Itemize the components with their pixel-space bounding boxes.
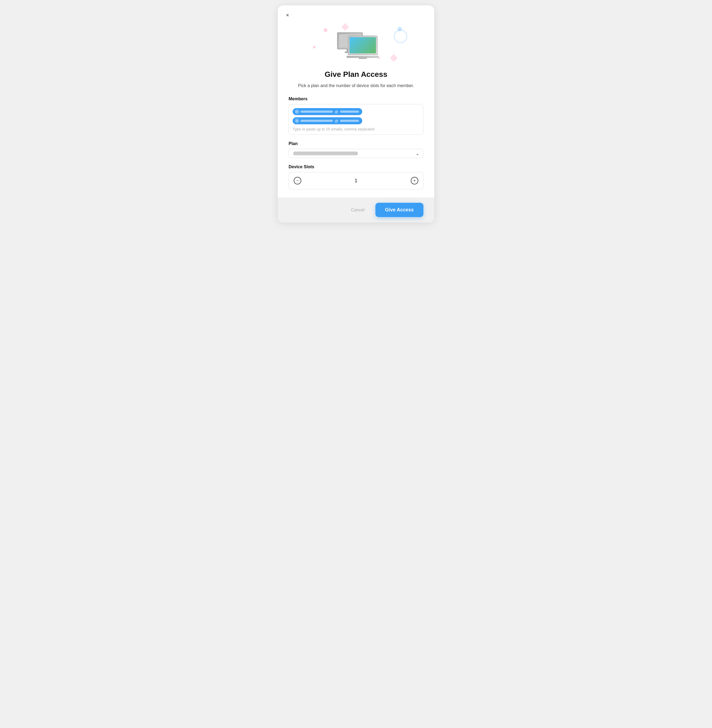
- decorative-ring: [394, 30, 407, 43]
- email-tag-1-local: [300, 111, 333, 113]
- decorative-diamond-2: [390, 54, 398, 62]
- computer-illustration: [334, 23, 378, 58]
- modal-content: Give Plan Access Pick a plan and the num…: [278, 5, 434, 189]
- plan-dropdown[interactable]: [289, 149, 423, 158]
- email-tag-2-local: [300, 120, 333, 122]
- plan-select-wrapper: ⌄: [289, 149, 423, 158]
- email-tag-1-domain: [340, 111, 359, 113]
- slot-count-value: 1: [355, 178, 357, 184]
- email-at-symbol-2: @: [335, 119, 338, 123]
- email-tag-2-domain: [340, 120, 359, 122]
- cancel-button[interactable]: Cancel: [346, 204, 370, 216]
- hero-section: [289, 13, 423, 67]
- members-label: Members: [289, 96, 423, 101]
- laptop-icon: [348, 36, 378, 58]
- members-input-box[interactable]: × @ × @ Type or paste up: [289, 104, 423, 135]
- decorative-dot-2: [313, 46, 316, 49]
- modal-footer: Cancel Give Access: [278, 197, 434, 222]
- email-tags-row: × @ × @: [293, 108, 419, 124]
- device-slots-control: − 1 +: [289, 172, 423, 189]
- members-placeholder-text: Type or paste up to 25 emails, comma sep…: [293, 127, 419, 131]
- members-section: Members × @ ×: [289, 96, 423, 135]
- plan-section: Plan ⌄: [289, 141, 423, 158]
- device-slots-section: Device Slots − 1 +: [289, 165, 423, 189]
- remove-tag-2-button[interactable]: ×: [295, 119, 299, 123]
- email-at-symbol-1: @: [335, 110, 338, 114]
- modal-title: Give Plan Access: [289, 70, 423, 79]
- minus-icon: −: [294, 177, 301, 184]
- modal-dialog: ×: [278, 5, 434, 222]
- plus-icon: +: [411, 177, 418, 184]
- remove-tag-1-button[interactable]: ×: [295, 110, 299, 114]
- email-tag-1: × @: [293, 108, 362, 115]
- decrement-button[interactable]: −: [289, 172, 306, 189]
- close-button[interactable]: ×: [283, 11, 292, 19]
- give-access-button[interactable]: Give Access: [375, 203, 423, 217]
- decorative-dot-1: [323, 28, 328, 32]
- increment-button[interactable]: +: [406, 172, 423, 189]
- email-tag-2: × @: [293, 117, 362, 124]
- plan-label: Plan: [289, 141, 423, 146]
- modal-subtitle: Pick a plan and the number of device slo…: [289, 83, 423, 89]
- plan-placeholder-bar: [293, 151, 358, 155]
- device-slots-label: Device Slots: [289, 165, 423, 169]
- modal-overlay: ×: [0, 0, 712, 728]
